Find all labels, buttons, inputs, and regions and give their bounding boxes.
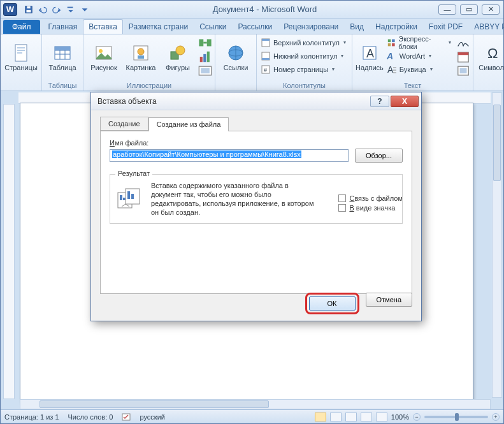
group-pages: Страницы <box>1 34 42 91</box>
view-outline[interactable] <box>361 413 372 421</box>
hscroll-thumb[interactable] <box>40 400 269 408</box>
cancel-button[interactable]: Отмена <box>366 293 412 307</box>
result-legend: Результат <box>115 170 152 177</box>
group-text-label: Текст <box>355 81 470 91</box>
vertical-scrollbar[interactable] <box>492 92 502 398</box>
quickparts-button[interactable]: Экспресс-блоки▾ <box>385 36 452 49</box>
object-icon[interactable] <box>456 64 470 78</box>
tab-refs[interactable]: Ссылки <box>194 19 232 34</box>
dialog-title: Вставка объекта <box>97 97 370 106</box>
wordart-label: WordArt <box>400 52 425 60</box>
tab-create-new[interactable]: Создание <box>100 117 148 131</box>
ribbon-body: Страницы Таблица Таблицы Рисунок <box>1 34 503 91</box>
status-page[interactable]: Страница: 1 из 1 <box>4 413 59 421</box>
qat-dropdown-icon[interactable] <box>78 3 91 16</box>
zoom-percent[interactable]: 100% <box>391 413 409 421</box>
svg-rect-18 <box>138 55 144 59</box>
file-tab[interactable]: Файл <box>3 20 40 34</box>
horizontal-scrollbar[interactable] <box>20 399 491 409</box>
group-tables-label: Таблицы <box>45 81 80 91</box>
tab-view[interactable]: Вид <box>344 19 370 34</box>
status-language[interactable]: русский <box>140 413 164 421</box>
svg-rect-56 <box>123 198 126 200</box>
shapes-button[interactable]: Фигуры <box>160 36 196 78</box>
smartart-icon[interactable] <box>198 36 212 50</box>
tab-addins[interactable]: Надстройки <box>370 19 423 34</box>
header-button[interactable]: Верхний колонтитул▾ <box>259 36 347 49</box>
signature-icon[interactable] <box>456 36 470 50</box>
svg-rect-34 <box>262 58 270 60</box>
clipart-button[interactable]: Картинка <box>123 36 159 78</box>
footer-button[interactable]: Нижний колонтитул▾ <box>259 49 347 62</box>
tab-create-from-file[interactable]: Создание из файла <box>148 117 229 131</box>
dialog-titlebar[interactable]: Вставка объекта ? X <box>91 92 421 110</box>
svg-rect-41 <box>388 43 391 46</box>
redo-icon[interactable] <box>50 3 63 16</box>
footer-label: Нижний колонтитул <box>273 52 337 60</box>
svg-rect-32 <box>262 39 270 41</box>
svg-point-15 <box>99 49 103 53</box>
screenshot-icon[interactable] <box>198 64 212 78</box>
svg-rect-21 <box>199 40 203 47</box>
wordart-button[interactable]: AWordArt▾ <box>385 49 452 62</box>
vscroll-thumb[interactable] <box>493 105 501 181</box>
tab-mailings[interactable]: Рассылки <box>232 19 278 34</box>
dialog-body: Создание Создание из файла Имя файла: ар… <box>91 110 421 321</box>
tab-home[interactable]: Главная <box>43 19 83 34</box>
zoom-out-button[interactable]: − <box>413 413 421 421</box>
status-words[interactable]: Число слов: 0 <box>68 413 113 421</box>
page-icon <box>11 43 31 63</box>
pages-button[interactable]: Страницы <box>3 36 39 78</box>
minimize-button[interactable]: — <box>438 4 456 15</box>
picture-button[interactable]: Рисунок <box>86 36 122 78</box>
datetime-icon[interactable] <box>456 50 470 64</box>
pagenum-button[interactable]: #Номер страницы▾ <box>259 62 347 76</box>
svg-rect-1 <box>27 6 30 8</box>
tab-foxit[interactable]: Foxit PDF <box>423 19 468 34</box>
tab-layout[interactable]: Разметка страни <box>123 19 194 34</box>
qat-more-icon[interactable] <box>64 3 77 16</box>
view-fullscreen[interactable] <box>330 413 342 421</box>
titlebar: W Документ4 - Microsoft Word — ▭ ✕ <box>1 1 503 18</box>
status-proof-icon[interactable] <box>122 413 131 421</box>
table-button[interactable]: Таблица <box>45 36 80 78</box>
zoom-knob[interactable] <box>455 413 459 421</box>
textbox-button[interactable]: A Надпись <box>355 36 384 78</box>
view-draft[interactable] <box>376 413 387 421</box>
close-button[interactable]: ✕ <box>482 4 500 15</box>
dialog-close-button[interactable]: X <box>391 96 419 107</box>
filename-value: аработок\Копирайт\Компьютеры и программы… <box>112 150 301 158</box>
group-header-label: Колонтитулы <box>259 81 349 91</box>
symbols-button[interactable]: Ω Символы <box>476 36 504 78</box>
chart-icon[interactable] <box>198 50 212 64</box>
maximize-button[interactable]: ▭ <box>460 4 478 15</box>
vertical-ruler[interactable] <box>3 104 15 399</box>
zoom-in-button[interactable]: + <box>492 413 500 421</box>
svg-rect-6 <box>17 50 25 51</box>
quick-access-toolbar <box>22 3 91 16</box>
group-header-footer: Верхний колонтитул▾ Нижний колонтитул▾ #… <box>257 34 352 91</box>
view-web[interactable] <box>345 413 357 421</box>
svg-rect-22 <box>207 40 212 47</box>
svg-rect-7 <box>17 52 22 54</box>
browse-button[interactable]: Обзор... <box>355 149 403 163</box>
dropcap-button[interactable]: AБуквица▾ <box>385 62 452 76</box>
links-button[interactable]: Ссылки <box>218 36 254 78</box>
tab-insert[interactable]: Вставка <box>83 19 123 34</box>
zoom-slider[interactable] <box>424 416 488 418</box>
quickparts-label: Экспресс-блоки <box>398 35 445 50</box>
view-print-layout[interactable] <box>315 413 326 421</box>
dialog-help-button[interactable]: ? <box>370 96 389 107</box>
svg-rect-42 <box>392 43 395 46</box>
svg-text:A: A <box>387 51 393 61</box>
save-icon[interactable] <box>22 3 35 16</box>
result-group: Результат Вставка содержимого указанного… <box>110 174 403 224</box>
filename-input[interactable]: аработок\Копирайт\Компьютеры и программы… <box>110 149 349 162</box>
svg-point-17 <box>138 48 144 55</box>
tab-review[interactable]: Рецензировани <box>278 19 344 34</box>
svg-rect-55 <box>120 195 122 200</box>
ok-button[interactable]: ОК <box>309 296 356 311</box>
svg-rect-25 <box>207 52 210 62</box>
undo-icon[interactable] <box>36 3 49 16</box>
tab-abbyy[interactable]: ABBYY PDF Trans <box>468 19 504 34</box>
